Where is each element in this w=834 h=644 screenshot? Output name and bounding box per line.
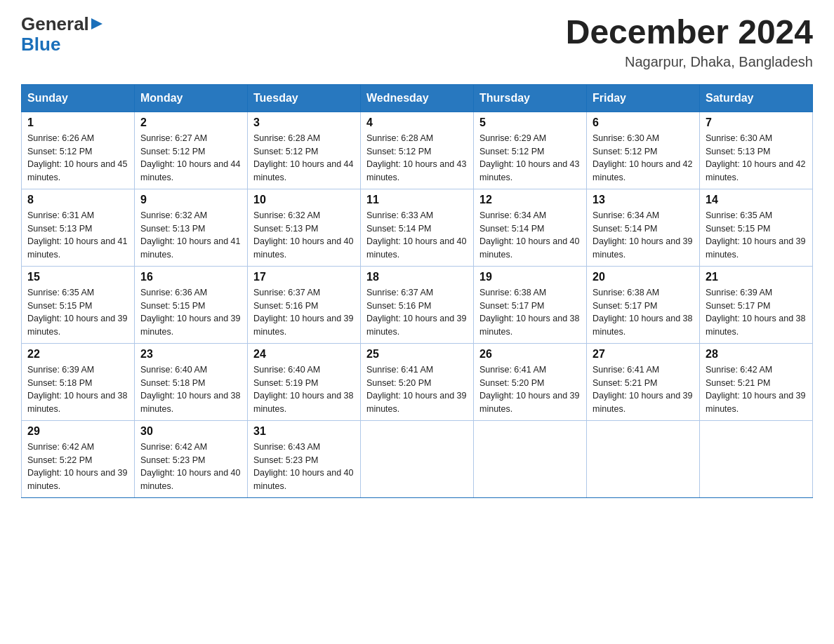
calendar-week-row: 29Sunrise: 6:42 AMSunset: 5:22 PMDayligh…	[22, 420, 813, 497]
day-number: 18	[366, 271, 468, 283]
day-info: Sunrise: 6:39 AMSunset: 5:18 PMDaylight:…	[27, 363, 128, 416]
day-info: Sunrise: 6:30 AMSunset: 5:13 PMDaylight:…	[706, 132, 807, 185]
day-number: 14	[706, 194, 807, 206]
calendar-cell: 6Sunrise: 6:30 AMSunset: 5:12 PMDaylight…	[587, 112, 700, 189]
calendar-day-header: Saturday	[700, 84, 813, 112]
calendar-day-header: Friday	[587, 84, 700, 112]
calendar-cell: 31Sunrise: 6:43 AMSunset: 5:23 PMDayligh…	[248, 420, 361, 497]
svg-marker-0	[91, 18, 102, 29]
day-number: 29	[27, 425, 128, 438]
calendar-cell: 1Sunrise: 6:26 AMSunset: 5:12 PMDaylight…	[22, 112, 135, 189]
day-info: Sunrise: 6:37 AMSunset: 5:16 PMDaylight:…	[253, 286, 355, 339]
location: Nagarpur, Dhaka, Bangladesh	[566, 54, 813, 70]
day-info: Sunrise: 6:41 AMSunset: 5:20 PMDaylight:…	[479, 363, 581, 416]
day-info: Sunrise: 6:28 AMSunset: 5:12 PMDaylight:…	[253, 132, 355, 185]
day-info: Sunrise: 6:40 AMSunset: 5:18 PMDaylight:…	[140, 363, 241, 416]
day-number: 31	[253, 425, 355, 438]
day-number: 26	[479, 348, 581, 361]
logo-general: General	[21, 14, 89, 34]
logo: General Blue	[21, 14, 105, 54]
calendar-week-row: 22Sunrise: 6:39 AMSunset: 5:18 PMDayligh…	[22, 343, 813, 420]
day-number: 9	[140, 194, 241, 206]
day-number: 24	[253, 348, 355, 361]
calendar-week-row: 8Sunrise: 6:31 AMSunset: 5:13 PMDaylight…	[22, 189, 813, 266]
day-number: 22	[27, 348, 128, 361]
calendar-cell: 23Sunrise: 6:40 AMSunset: 5:18 PMDayligh…	[135, 343, 248, 420]
title-block: December 2024 Nagarpur, Dhaka, Banglades…	[566, 14, 813, 70]
calendar-cell: 12Sunrise: 6:34 AMSunset: 5:14 PMDayligh…	[474, 189, 587, 266]
day-info: Sunrise: 6:27 AMSunset: 5:12 PMDaylight:…	[140, 132, 241, 185]
day-info: Sunrise: 6:34 AMSunset: 5:14 PMDaylight:…	[479, 209, 581, 262]
day-info: Sunrise: 6:38 AMSunset: 5:17 PMDaylight:…	[593, 286, 694, 339]
day-number: 7	[706, 116, 807, 129]
day-number: 28	[706, 348, 807, 361]
calendar-cell: 2Sunrise: 6:27 AMSunset: 5:12 PMDaylight…	[135, 112, 248, 189]
calendar-cell	[474, 420, 587, 497]
calendar-cell: 28Sunrise: 6:42 AMSunset: 5:21 PMDayligh…	[700, 343, 813, 420]
day-number: 13	[593, 194, 694, 206]
day-number: 8	[27, 194, 128, 206]
calendar-cell: 14Sunrise: 6:35 AMSunset: 5:15 PMDayligh…	[700, 189, 813, 266]
day-number: 17	[253, 271, 355, 283]
calendar-day-header: Sunday	[22, 84, 135, 112]
calendar-cell: 8Sunrise: 6:31 AMSunset: 5:13 PMDaylight…	[22, 189, 135, 266]
calendar-cell: 20Sunrise: 6:38 AMSunset: 5:17 PMDayligh…	[587, 266, 700, 343]
day-number: 11	[366, 194, 468, 206]
day-info: Sunrise: 6:37 AMSunset: 5:16 PMDaylight:…	[366, 286, 468, 339]
calendar-week-row: 15Sunrise: 6:35 AMSunset: 5:15 PMDayligh…	[22, 266, 813, 343]
calendar-cell: 3Sunrise: 6:28 AMSunset: 5:12 PMDaylight…	[248, 112, 361, 189]
calendar-table: SundayMondayTuesdayWednesdayThursdayFrid…	[21, 84, 813, 498]
day-info: Sunrise: 6:40 AMSunset: 5:19 PMDaylight:…	[253, 363, 355, 416]
calendar-cell: 4Sunrise: 6:28 AMSunset: 5:12 PMDaylight…	[361, 112, 474, 189]
calendar-cell: 30Sunrise: 6:42 AMSunset: 5:23 PMDayligh…	[135, 420, 248, 497]
day-info: Sunrise: 6:42 AMSunset: 5:23 PMDaylight:…	[140, 441, 241, 493]
calendar-cell: 16Sunrise: 6:36 AMSunset: 5:15 PMDayligh…	[135, 266, 248, 343]
calendar-cell: 15Sunrise: 6:35 AMSunset: 5:15 PMDayligh…	[22, 266, 135, 343]
day-number: 1	[27, 116, 128, 129]
calendar-cell: 11Sunrise: 6:33 AMSunset: 5:14 PMDayligh…	[361, 189, 474, 266]
day-info: Sunrise: 6:29 AMSunset: 5:12 PMDaylight:…	[479, 132, 581, 185]
calendar-cell: 9Sunrise: 6:32 AMSunset: 5:13 PMDaylight…	[135, 189, 248, 266]
day-number: 25	[366, 348, 468, 361]
calendar-cell: 17Sunrise: 6:37 AMSunset: 5:16 PMDayligh…	[248, 266, 361, 343]
day-info: Sunrise: 6:28 AMSunset: 5:12 PMDaylight:…	[366, 132, 468, 185]
day-number: 2	[140, 116, 241, 129]
day-info: Sunrise: 6:32 AMSunset: 5:13 PMDaylight:…	[140, 209, 241, 262]
day-number: 16	[140, 271, 241, 283]
logo-arrow-icon	[91, 17, 105, 31]
day-info: Sunrise: 6:41 AMSunset: 5:21 PMDaylight:…	[593, 363, 694, 416]
calendar-cell: 25Sunrise: 6:41 AMSunset: 5:20 PMDayligh…	[361, 343, 474, 420]
month-title: December 2024	[566, 14, 813, 51]
calendar-cell	[587, 420, 700, 497]
day-info: Sunrise: 6:39 AMSunset: 5:17 PMDaylight:…	[706, 286, 807, 339]
calendar-cell: 22Sunrise: 6:39 AMSunset: 5:18 PMDayligh…	[22, 343, 135, 420]
day-info: Sunrise: 6:38 AMSunset: 5:17 PMDaylight:…	[479, 286, 581, 339]
calendar-day-header: Wednesday	[361, 84, 474, 112]
day-info: Sunrise: 6:43 AMSunset: 5:23 PMDaylight:…	[253, 441, 355, 493]
calendar-cell	[700, 420, 813, 497]
day-info: Sunrise: 6:30 AMSunset: 5:12 PMDaylight:…	[593, 132, 694, 185]
day-info: Sunrise: 6:42 AMSunset: 5:22 PMDaylight:…	[27, 441, 128, 493]
calendar-cell: 21Sunrise: 6:39 AMSunset: 5:17 PMDayligh…	[700, 266, 813, 343]
calendar-cell: 10Sunrise: 6:32 AMSunset: 5:13 PMDayligh…	[248, 189, 361, 266]
day-info: Sunrise: 6:35 AMSunset: 5:15 PMDaylight:…	[27, 286, 128, 339]
calendar-cell: 27Sunrise: 6:41 AMSunset: 5:21 PMDayligh…	[587, 343, 700, 420]
day-number: 6	[593, 116, 694, 129]
day-number: 4	[366, 116, 468, 129]
day-number: 15	[27, 271, 128, 283]
day-info: Sunrise: 6:26 AMSunset: 5:12 PMDaylight:…	[27, 132, 128, 185]
calendar-week-row: 1Sunrise: 6:26 AMSunset: 5:12 PMDaylight…	[22, 112, 813, 189]
day-number: 10	[253, 194, 355, 206]
calendar-cell: 18Sunrise: 6:37 AMSunset: 5:16 PMDayligh…	[361, 266, 474, 343]
calendar-day-header: Tuesday	[248, 84, 361, 112]
day-info: Sunrise: 6:36 AMSunset: 5:15 PMDaylight:…	[140, 286, 241, 339]
day-number: 12	[479, 194, 581, 206]
day-number: 27	[593, 348, 694, 361]
calendar-cell: 5Sunrise: 6:29 AMSunset: 5:12 PMDaylight…	[474, 112, 587, 189]
day-number: 5	[479, 116, 581, 129]
day-number: 23	[140, 348, 241, 361]
calendar-cell: 7Sunrise: 6:30 AMSunset: 5:13 PMDaylight…	[700, 112, 813, 189]
day-info: Sunrise: 6:35 AMSunset: 5:15 PMDaylight:…	[706, 209, 807, 262]
logo-blue: Blue	[21, 34, 60, 55]
calendar-cell: 24Sunrise: 6:40 AMSunset: 5:19 PMDayligh…	[248, 343, 361, 420]
